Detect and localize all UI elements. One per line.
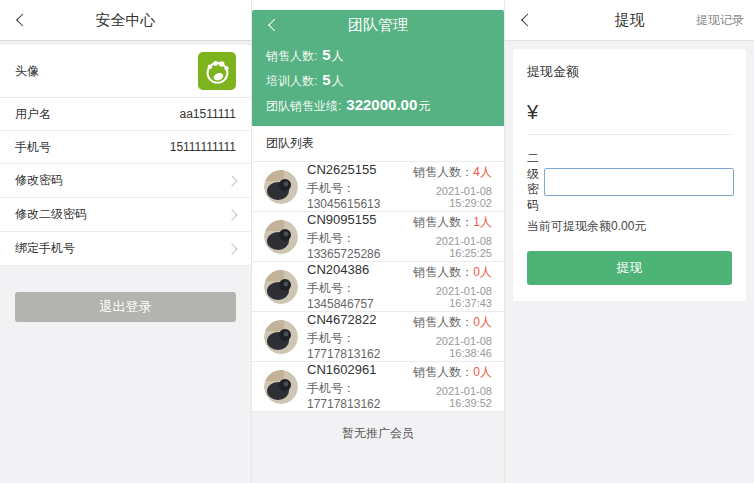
team-member-row[interactable]: CN9095155手机号：13365725286销售人数：1人2021-01-0… <box>252 212 504 262</box>
sales-count-stat: 销售人数: 5 人 <box>266 46 490 65</box>
withdraw-body: 提现金额 ¥ 二级密码 当前可提现余额0.00元 提现 <box>505 40 754 483</box>
page-title: 提现 <box>615 11 645 30</box>
member-photo-icon <box>264 320 298 354</box>
team-member-row[interactable]: CN1602961手机号：17717813162销售人数：0人2021-01-0… <box>252 362 504 412</box>
team-member-list: CN2625155手机号：13045615613销售人数：4人2021-01-0… <box>252 162 504 412</box>
member-name: CN204386 <box>307 262 405 277</box>
security-footer-area: 退出登录 <box>0 266 251 483</box>
withdraw-card: 提现金额 ¥ 二级密码 当前可提现余额0.00元 提现 <box>513 49 746 301</box>
member-join-time: 2021-01-08 15:29:02 <box>407 185 492 209</box>
username-label: 用户名 <box>15 106 51 123</box>
member-name: CN1602961 <box>307 362 407 377</box>
team-stats: 销售人数: 5 人 培训人数: 5 人 团队销售业绩: 322000.00 元 <box>252 46 504 126</box>
amount-input-row[interactable]: ¥ <box>527 81 732 135</box>
member-join-time: 2021-01-08 16:25:25 <box>407 235 492 259</box>
member-photo-icon <box>264 270 298 304</box>
empty-members-note: 暂无推广会员 <box>252 412 504 483</box>
member-phone: 手机号：1345846757 <box>307 280 405 311</box>
member-avatar <box>264 370 298 404</box>
secondary-password-input[interactable] <box>544 168 734 196</box>
secondary-password-row: 二级密码 <box>527 151 732 213</box>
page-title: 团队管理 <box>348 16 408 35</box>
member-sales: 销售人数：0人 <box>407 364 492 381</box>
member-phone: 手机号：13365725286 <box>307 230 407 261</box>
sales-count: 0人 <box>473 365 492 379</box>
available-balance-text: 当前可提现余额0.00元 <box>527 218 732 235</box>
team-management-panel: 团队管理 销售人数: 5 人 培训人数: 5 人 团队销售业绩: 322000.… <box>252 0 505 483</box>
paw-icon <box>200 54 234 88</box>
avatar-row-label: 头像 <box>15 63 39 80</box>
security-center-panel: 安全中心 头像 用户名 aa1511111 手机号 15111111111 修改… <box>0 0 252 483</box>
member-avatar <box>264 320 298 354</box>
logout-button[interactable]: 退出登录 <box>15 292 236 322</box>
back-icon[interactable] <box>268 19 281 32</box>
back-icon[interactable] <box>16 14 29 27</box>
member-sales: 销售人数：0人 <box>407 314 492 331</box>
member-photo-icon <box>264 370 298 404</box>
username-value: aa1511111 <box>179 107 236 121</box>
withdraw-records-link[interactable]: 提现记录 <box>696 12 744 29</box>
member-join-time: 2021-01-08 16:37:43 <box>405 285 492 309</box>
member-avatar <box>264 220 298 254</box>
username-row: 用户名 aa1511111 <box>0 98 251 131</box>
sales-count: 0人 <box>473 265 492 279</box>
chevron-right-icon <box>226 209 237 220</box>
sales-count: 0人 <box>473 315 492 329</box>
bind-phone-row[interactable]: 绑定手机号 <box>0 232 251 266</box>
member-join-time: 2021-01-08 16:39:52 <box>407 385 492 409</box>
change-password-row[interactable]: 修改密码 <box>0 164 251 198</box>
team-member-row[interactable]: CN2625155手机号：13045615613销售人数：4人2021-01-0… <box>252 162 504 212</box>
sales-count: 4人 <box>473 165 492 179</box>
member-name: CN9095155 <box>307 212 407 227</box>
withdraw-header: 提现 提现记录 <box>505 0 754 40</box>
page-title: 安全中心 <box>96 11 156 30</box>
member-phone: 手机号：13045615613 <box>307 180 407 211</box>
member-name: CN4672822 <box>307 312 407 327</box>
member-join-time: 2021-01-08 16:38:46 <box>407 335 492 359</box>
chevron-right-icon <box>226 243 237 254</box>
phone-value: 15111111111 <box>170 140 236 154</box>
member-sales: 销售人数：0人 <box>405 264 492 281</box>
withdraw-panel: 提现 提现记录 提现金额 ¥ 二级密码 当前可提现余额0.00元 提现 <box>505 0 754 483</box>
member-name: CN2625155 <box>307 162 407 177</box>
member-photo-icon <box>264 170 298 204</box>
member-sales: 销售人数：4人 <box>407 164 492 181</box>
security-header: 安全中心 <box>0 0 251 40</box>
phone-row: 手机号 15111111111 <box>0 131 251 164</box>
withdraw-submit-button[interactable]: 提现 <box>527 251 732 285</box>
member-avatar <box>264 170 298 204</box>
change-secondary-password-row[interactable]: 修改二级密码 <box>0 198 251 232</box>
member-phone: 手机号：17717813162 <box>307 380 407 411</box>
currency-symbol: ¥ <box>527 101 538 123</box>
secondary-password-label: 二级密码 <box>527 151 539 213</box>
member-photo-icon <box>264 220 298 254</box>
amount-label: 提现金额 <box>527 63 732 81</box>
training-count-stat: 培训人数: 5 人 <box>266 71 490 90</box>
team-list-title: 团队列表 <box>252 126 504 162</box>
member-sales: 销售人数：1人 <box>407 214 492 231</box>
sales-count: 1人 <box>473 215 492 229</box>
team-performance-stat: 团队销售业绩: 322000.00 元 <box>266 96 490 115</box>
member-phone: 手机号：17717813162 <box>307 330 407 361</box>
member-avatar <box>264 270 298 304</box>
team-header-block: 团队管理 销售人数: 5 人 培训人数: 5 人 团队销售业绩: 322000.… <box>252 10 504 126</box>
user-avatar[interactable] <box>198 52 236 90</box>
avatar-row[interactable]: 头像 <box>0 45 251 98</box>
team-member-row[interactable]: CN204386手机号：1345846757销售人数：0人2021-01-08 … <box>252 262 504 312</box>
team-member-row[interactable]: CN4672822手机号：17717813162销售人数：0人2021-01-0… <box>252 312 504 362</box>
team-header: 团队管理 <box>252 10 504 40</box>
back-icon[interactable] <box>521 14 534 27</box>
phone-label: 手机号 <box>15 139 51 156</box>
chevron-right-icon <box>226 175 237 186</box>
